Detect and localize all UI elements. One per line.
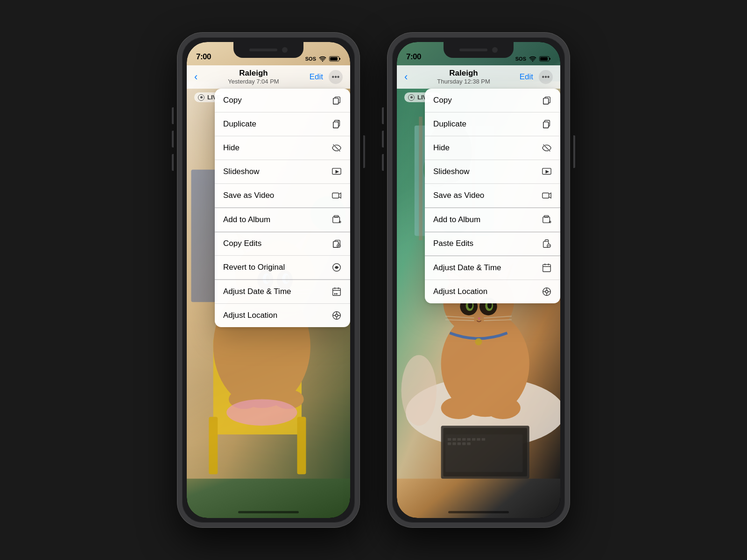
menu-label-revert-left: Revert to Original [223,263,285,272]
menu-item-addalbum-right[interactable]: Add to Album [425,208,560,232]
svg-rect-42 [332,193,339,198]
addalbum-icon-left [331,215,342,225]
slideshow-icon-right [542,167,552,177]
svg-point-54 [336,266,338,268]
home-indicator-left [238,511,299,513]
menu-item-copy-left[interactable]: Copy [215,89,350,112]
menu-item-datetime-left[interactable]: Adjust Date & Time ▶▶ [215,280,350,304]
nav-actions-left: Edit ••• [310,70,343,84]
svg-rect-106 [448,442,451,445]
svg-point-23 [226,399,297,426]
live-dot-left [200,96,203,98]
svg-rect-2 [209,417,218,474]
menu-item-savevideo-right[interactable]: Save as Video [425,184,560,208]
duplicate-icon-right [542,119,552,129]
svg-rect-101 [462,438,466,441]
svg-rect-104 [477,438,480,441]
menu-item-hide-right[interactable]: Hide [425,136,560,160]
copy-icon-left [331,95,342,105]
status-icons-right: SOS [515,56,551,62]
nav-subtitle-right: Thursday 12:38 PM [412,78,514,85]
power-button-left [363,135,365,168]
speaker-right [459,49,487,51]
back-button-right[interactable]: ‹ [404,71,408,83]
svg-text:▶▶: ▶▶ [334,292,338,294]
svg-point-111 [401,355,437,426]
svg-rect-127 [543,217,550,223]
video-icon-left [331,190,342,201]
nav-bar-right: ‹ Raleigh Thursday 12:38 PM Edit ••• [397,65,560,89]
menu-item-hide-left[interactable]: Hide [215,136,350,160]
menu-item-revert-left[interactable]: Revert to Original [215,256,350,280]
live-icon-right [408,94,415,101]
menu-item-slideshow-right[interactable]: Slideshow [425,160,560,184]
nav-center-right: Raleigh Thursday 12:38 PM [412,69,514,85]
svg-rect-120 [543,122,549,128]
context-menu-left: Copy Duplicate [215,89,350,327]
svg-rect-110 [467,442,471,445]
video-icon-right [542,190,552,201]
menu-item-copyedits-left[interactable]: Copy Edits [215,232,350,256]
wifi-icon-left [319,56,326,62]
mute-button-right [382,154,384,171]
menu-item-savevideo-left[interactable]: Save as Video [215,184,350,208]
svg-rect-105 [482,438,486,441]
svg-point-92 [475,338,482,345]
svg-rect-29 [330,57,338,61]
context-menu-right: Copy Duplicate Hide [425,89,560,303]
status-time-left: 7:00 [196,52,211,62]
status-time-right: 7:00 [406,52,421,62]
battery-icon-left [329,56,341,62]
copy-icon-right [542,95,552,105]
back-arrow-left: ‹ [194,71,197,83]
calendar-icon-right [542,263,552,273]
menu-label-addalbum-right: Add to Album [433,215,480,224]
svg-rect-100 [458,438,461,441]
camera-right [492,47,498,53]
menu-item-addalbum-left[interactable]: Add to Album [215,208,350,232]
menu-label-hide-right: Hide [433,143,450,153]
svg-rect-128 [544,215,549,217]
mute-button-left [172,154,174,171]
svg-rect-99 [452,438,456,441]
svg-rect-109 [462,442,466,445]
menu-item-slideshow-left[interactable]: Slideshow [215,160,350,184]
edit-button-left[interactable]: Edit [310,72,323,82]
phone-left: 7:00 SOS [177,33,359,527]
back-button-left[interactable]: ‹ [194,71,197,83]
menu-label-copyedits-left: Copy Edits [223,239,261,248]
live-icon-left [198,94,204,101]
menu-label-duplicate-right: Duplicate [433,119,466,129]
revert-icon-left [331,262,342,273]
location-icon-right [542,287,552,297]
menu-label-addalbum-left: Add to Album [223,215,270,224]
menu-item-pasteedits-right[interactable]: Paste Edits [425,232,560,256]
menu-label-pasteedits-right: Paste Edits [433,239,473,248]
menu-item-location-right[interactable]: Adjust Location [425,280,560,303]
hide-icon-left [331,143,342,153]
menu-label-location-right: Adjust Location [433,287,487,296]
menu-label-copy-right: Copy [433,96,452,105]
svg-rect-134 [543,264,551,272]
nav-actions-right: Edit ••• [520,70,553,84]
more-button-left[interactable]: ••• [329,70,343,84]
menu-item-datetime-right[interactable]: Adjust Date & Time [425,256,560,280]
menu-label-slideshow-left: Slideshow [223,167,260,176]
sos-indicator-right: SOS [515,56,526,62]
sos-indicator-left: SOS [305,56,316,62]
svg-rect-68 [419,117,423,240]
menu-item-duplicate-left[interactable]: Duplicate [215,112,350,136]
hide-icon-right [542,143,552,153]
menu-item-location-left[interactable]: Adjust Location [215,304,350,327]
power-button-right [573,135,575,168]
menu-item-copy-right[interactable]: Copy [425,89,560,112]
svg-rect-34 [333,122,338,128]
svg-rect-43 [333,217,340,223]
more-button-right[interactable]: ••• [539,70,553,84]
menu-label-location-left: Adjust Location [223,311,277,320]
menu-item-duplicate-right[interactable]: Duplicate [425,112,560,136]
copyedits-icon-left [331,238,342,249]
menu-label-hide-left: Hide [223,143,240,153]
svg-marker-125 [546,170,549,173]
edit-button-right[interactable]: Edit [520,72,533,82]
